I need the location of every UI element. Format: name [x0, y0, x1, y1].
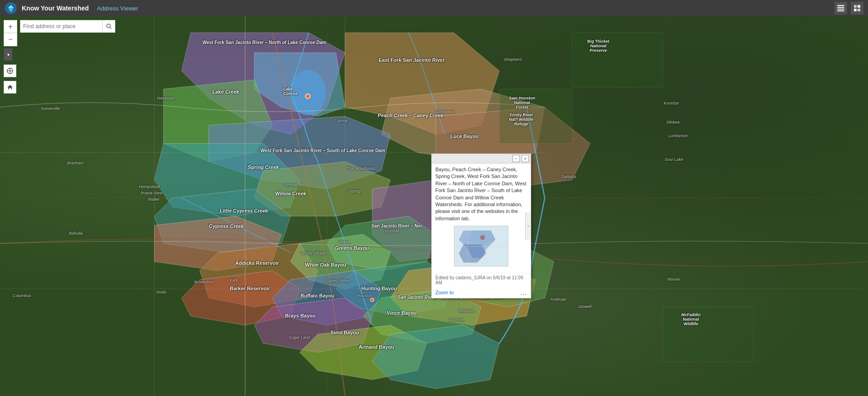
- search-bar: [20, 20, 115, 33]
- app-logo-icon: [5, 2, 17, 15]
- popup: − × Bayou, Peach Creek – Caney Creek, Sp…: [431, 153, 531, 298]
- svg-rect-42: [499, 89, 572, 144]
- popup-close-button[interactable]: ×: [522, 155, 529, 162]
- dropdown-button[interactable]: ▾: [4, 48, 13, 61]
- svg-point-57: [480, 235, 485, 240]
- zoom-controls: + −: [4, 20, 17, 46]
- header-left: Know Your Watershed Address Viewer: [5, 2, 138, 15]
- popup-more-button[interactable]: ...: [520, 289, 527, 296]
- popup-thumbnail-image: [454, 226, 508, 267]
- zoom-to-link[interactable]: Zoom to: [435, 290, 454, 295]
- popup-actions: Zoom to ...: [432, 287, 531, 298]
- svg-rect-3: [837, 9, 844, 10]
- app-title: Know Your Watershed: [22, 5, 89, 12]
- svg-rect-6: [858, 5, 860, 8]
- svg-line-52: [110, 28, 111, 29]
- home-button[interactable]: [4, 81, 16, 94]
- svg-rect-7: [854, 9, 857, 11]
- basemap-button[interactable]: [851, 2, 863, 15]
- svg-rect-5: [854, 5, 857, 8]
- svg-point-49: [9, 70, 11, 72]
- svg-point-39: [306, 94, 310, 99]
- svg-marker-32: [372, 325, 499, 389]
- svg-marker-50: [7, 85, 13, 89]
- popup-text: Bayou, Peach Creek – Caney Creek, Spring…: [435, 166, 527, 222]
- toolbar: + − ▾: [4, 20, 17, 94]
- svg-rect-43: [663, 307, 754, 361]
- layers-button[interactable]: [834, 2, 847, 15]
- svg-rect-8: [858, 9, 860, 11]
- svg-point-40: [370, 298, 374, 302]
- header-right: [834, 2, 863, 15]
- svg-rect-2: [837, 7, 844, 8]
- popup-footer: Edited by cadams_SJRA on 6/6/19 at 11:09…: [432, 273, 531, 287]
- search-input[interactable]: [20, 23, 102, 30]
- popup-header: − ×: [432, 154, 531, 163]
- svg-rect-1: [837, 5, 844, 6]
- app-subtitle: Address Viewer: [97, 5, 138, 12]
- zoom-out-button[interactable]: −: [4, 33, 17, 46]
- svg-point-51: [107, 24, 110, 28]
- popup-scroll-indicator[interactable]: ›: [525, 213, 531, 240]
- svg-rect-41: [572, 33, 663, 87]
- map-container[interactable]: + − ▾: [0, 16, 868, 396]
- svg-point-11: [290, 70, 326, 115]
- popup-body[interactable]: Bayou, Peach Creek – Caney Creek, Spring…: [432, 163, 531, 273]
- popup-minimize-button[interactable]: −: [513, 155, 520, 162]
- search-button[interactable]: [102, 20, 115, 32]
- header: Know Your Watershed Address Viewer: [0, 0, 868, 16]
- zoom-in-button[interactable]: +: [4, 20, 17, 33]
- navigate-button[interactable]: [4, 64, 16, 77]
- popup-edited-by: Edited by cadams_SJRA on 6/6/19 at 11:09…: [435, 275, 523, 285]
- svg-rect-4: [837, 10, 844, 11]
